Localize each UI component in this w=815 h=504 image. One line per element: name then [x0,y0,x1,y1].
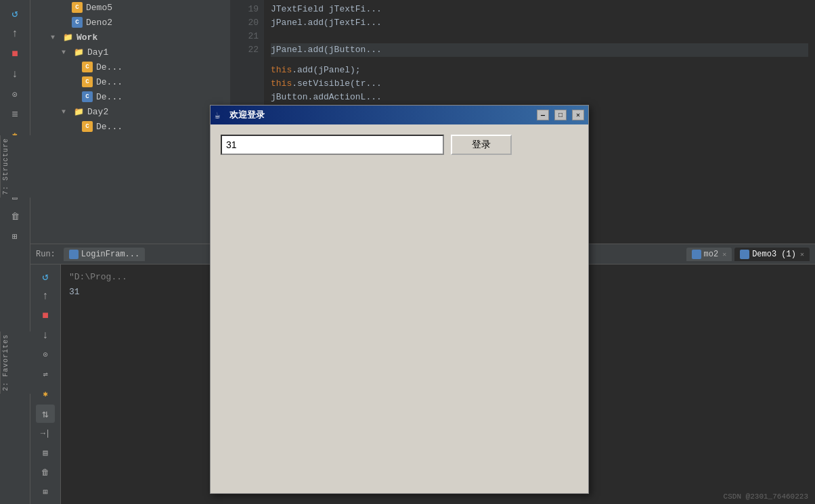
tree-item-de4[interactable]: C De... [30,119,230,134]
code-line-add: this.add(jPanel); [271,64,808,77]
code-line-visible: this.setVisible(tr... [271,77,808,91]
dialog-close-btn[interactable]: ✕ [572,110,584,120]
run-icon-camera2[interactable]: ⊙ [36,346,55,364]
tree-item-day2[interactable]: ▼ 📁 Day2 [30,104,230,119]
run-icon-filter2[interactable]: ⇅ [36,405,55,423]
tree-label-work: Work [76,32,97,43]
dialog-maximize-btn[interactable]: □ [554,110,567,120]
run-toolbar: ↺ ↑ ■ ↓ ⊙ ⇌ ✱ ⇅ →| ▤ 🗑 ⊞ [30,265,61,504]
tree-label-de4: De... [96,122,123,132]
sidebar-icon-stop[interactable]: ■ [4,45,26,64]
run-tab-icon-loginframe [69,250,79,259]
run-tab-label-demo3: Demo3 (1) [752,250,796,259]
tree-label-deno2: Deno2 [86,18,112,28]
run-tab-demo3[interactable]: Demo3 (1) ✕ [734,248,810,261]
folder-icon-day2: 📁 [72,106,85,118]
dialog-body: 登录 [211,124,588,493]
run-tab-loginframe[interactable]: LoginFram... [64,248,145,261]
class-icon-de3: C [81,91,93,103]
run-label: Run: [36,250,56,259]
run-tab-label-mo2: mo2 [704,250,719,259]
folder-icon-day1: 📁 [72,46,85,58]
class-icon-de2: C [81,76,93,88]
run-icon-import2[interactable]: →| [36,424,55,442]
code-line-22: jPanel.add(jButton... [271,43,808,57]
dialog-title-text: 欢迎登录 [229,109,531,121]
run-icon-layout2[interactable]: ⊞ [36,483,55,501]
tree-label-de2: De... [96,77,123,87]
class-icon-de1: C [81,61,93,73]
run-icon-print2[interactable]: ▤ [36,444,55,462]
class-icon-deno2: C [71,16,83,28]
login-input[interactable] [221,135,444,155]
tree-arrow-work: ▼ [51,34,62,41]
run-tab-icon-mo2 [692,250,701,259]
run-tab-close-mo2[interactable]: ✕ [722,250,726,258]
login-button[interactable]: 登录 [451,135,512,155]
run-icon-down[interactable]: ↓ [36,326,55,344]
favorites-label[interactable]: 2: Favorites [0,331,30,394]
run-icon-debug2[interactable]: ✱ [36,385,55,403]
tree-label-de1: De... [96,62,123,72]
tree-item-de2[interactable]: C De... [30,74,230,89]
class-icon-demo5: C [71,1,83,14]
sidebar-icon-camera[interactable]: ⊙ [4,85,26,104]
sidebar-icon-down[interactable]: ↓ [4,65,26,84]
tree-item-de1[interactable]: C De... [30,60,230,74]
tree-item-deno2[interactable]: C Deno2 [30,15,230,30]
sidebar-icon-layout[interactable]: ⊞ [4,227,26,246]
ide-container: ↺ ↑ ■ ↓ ⊙ ≡ ✱ ⇅ →| ▤ 🗑 ⊞ 7: Structure 2:… [0,0,815,504]
class-icon-de4: C [81,120,93,133]
tree-label-demo5: Demo5 [86,3,112,13]
run-tab-close-demo3[interactable]: ✕ [800,250,804,258]
run-tab-label-loginframe: LoginFram... [81,250,139,259]
tree-arrow-day1: ▼ [62,49,72,56]
run-icon-rerun[interactable]: ↺ [36,267,55,285]
run-icon-up[interactable]: ↑ [36,287,55,305]
sidebar-icon-scroll[interactable]: ≡ [4,106,26,124]
code-line-19: JTextField jTextFi... [271,3,808,16]
run-icon-wrap[interactable]: ⇌ [36,365,55,384]
tree-item-demo5[interactable]: C Demo5 [30,0,230,15]
tree-item-day1[interactable]: ▼ 📁 Day1 [30,45,230,60]
code-line-20: jPanel.add(jTextFi... [271,16,808,30]
run-tab-icon-demo3 [740,250,749,259]
tree-label-day1: Day1 [87,47,108,58]
watermark: CSDN @2301_76460223 [724,492,808,501]
structure-label[interactable]: 7: Structure [0,135,30,198]
tree-arrow-day2: ▼ [62,108,72,116]
tree-item-work[interactable]: ▼ 📁 Work [30,30,230,45]
run-tab-mo2[interactable]: mo2 ✕ [686,248,732,261]
tree-label-day2: Day2 [87,107,108,117]
dialog-title-icon: ☕ [215,110,225,120]
run-icon-stop[interactable]: ■ [36,306,55,325]
dialog-minimize-btn[interactable]: — [537,110,549,120]
left-sidebar: ↺ ↑ ■ ↓ ⊙ ≡ ✱ ⇅ →| ▤ 🗑 ⊞ [0,0,30,504]
tree-item-de3[interactable]: C De... [30,89,230,104]
code-line-21 [271,30,808,43]
code-line-action: jButton.addActionL... [271,91,808,104]
dialog-titlebar: ☕ 欢迎登录 — □ ✕ [211,106,588,124]
sidebar-icon-up[interactable]: ↑ [4,24,26,43]
run-icon-delete2[interactable]: 🗑 [36,463,55,482]
folder-icon-work: 📁 [62,31,74,43]
sidebar-icon-delete[interactable]: 🗑 [4,207,26,226]
tree-label-de3: De... [96,92,123,102]
login-dialog: ☕ 欢迎登录 — □ ✕ 登录 [210,105,589,494]
sidebar-icon-rerun[interactable]: ↺ [4,4,26,23]
file-tree: C Demo5 C Deno2 ▼ 📁 Work ▼ 📁 Day1 C [30,0,230,244]
